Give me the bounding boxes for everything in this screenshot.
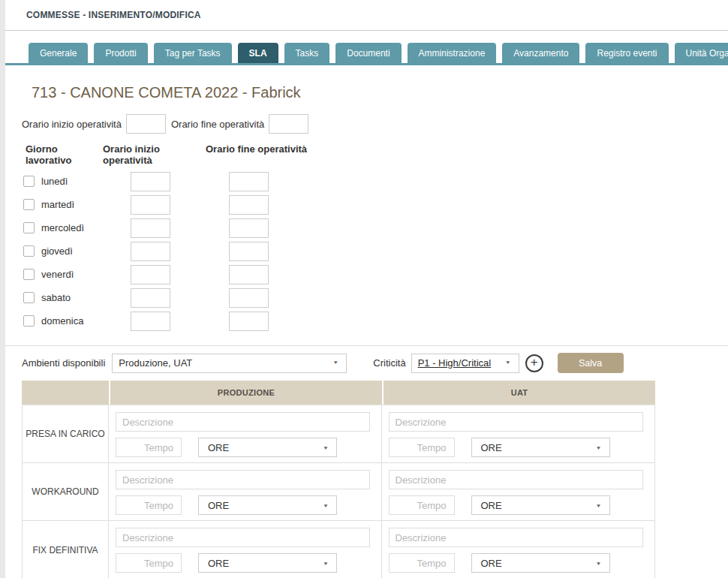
tab-unita-organizzative[interactable]: Unità Organizzative (675, 43, 728, 63)
sla-unit-value: ORE (208, 500, 229, 511)
ambienti-select-value: Produzione, UAT (119, 357, 192, 369)
add-criticita-button[interactable]: + (525, 354, 543, 372)
app-header: COMMESSE - INSERIMENTO/MODIFICA (5, 0, 728, 31)
sla-tempo-input[interactable] (116, 438, 182, 457)
tab-tag-per-tasks[interactable]: Tag per Tasks (154, 43, 232, 63)
hours-end-label: Orario fine operatività (171, 119, 264, 130)
sla-row-label: PRESA IN CARICO (23, 405, 109, 462)
weekday-start-input[interactable] (131, 218, 170, 238)
weekday-end-input[interactable] (229, 242, 269, 261)
table-row: FIX DEFINITIVA ORE ▼ (23, 521, 654, 578)
tab-avanzamento[interactable]: Avanzamento (502, 43, 579, 63)
sla-row-label: WORKAROUND (23, 463, 109, 520)
weekday-label: lunedì (41, 176, 68, 187)
criticita-select[interactable]: P1 - High/Critical ▼ (411, 354, 519, 373)
weekday-checkbox[interactable] (23, 176, 35, 187)
sla-unit-select[interactable]: ORE ▼ (198, 438, 337, 457)
hours-start-label: Orario inizio operatività (22, 119, 122, 130)
chevron-down-icon: ▼ (323, 560, 329, 565)
sla-descrizione-input[interactable] (116, 412, 370, 432)
weekday-start-input[interactable] (131, 195, 170, 215)
weekday-checkbox[interactable] (23, 315, 35, 327)
weekday-checkbox[interactable] (23, 269, 35, 280)
save-button[interactable]: Salva (558, 353, 624, 373)
weekday-header-end: Orario fine operatività (206, 143, 308, 166)
sla-descrizione-input[interactable] (116, 470, 370, 489)
weekday-row: martedì (22, 193, 728, 216)
table-row: PRESA IN CARICO ORE ▼ (23, 405, 654, 463)
weekday-end-input[interactable] (229, 265, 269, 284)
sla-row-label: FIX DEFINITIVA (23, 521, 109, 578)
criticita-label: Criticità (373, 357, 405, 369)
weekday-header-day: Giorno lavorativo (22, 143, 103, 166)
app-header-title: COMMESSE - INSERIMENTO/MODIFICA (26, 10, 201, 20)
tab-generale[interactable]: Generale (29, 43, 88, 63)
weekday-table-header: Giorno lavorativo Orario inizio operativ… (22, 143, 728, 166)
sla-tempo-input[interactable] (116, 553, 182, 573)
weekday-checkbox[interactable] (23, 292, 35, 303)
hours-end-input[interactable] (269, 114, 308, 134)
sla-descrizione-input[interactable] (389, 528, 644, 547)
sla-unit-select[interactable]: ORE ▼ (198, 553, 337, 573)
tab-sla[interactable]: SLA (238, 43, 278, 63)
weekday-checkbox[interactable] (23, 199, 35, 210)
weekday-end-input[interactable] (229, 312, 269, 331)
weekday-row: sabato (22, 286, 728, 309)
sla-cell-uat: ORE ▼ (382, 521, 655, 578)
chevron-down-icon: ▼ (596, 444, 602, 450)
weekday-start-input[interactable] (131, 288, 170, 308)
sla-unit-select[interactable]: ORE ▼ (471, 438, 610, 457)
tab-prodotti[interactable]: Prodotti (94, 43, 147, 63)
weekday-checkbox[interactable] (23, 222, 35, 233)
tab-amministrazione[interactable]: Amministrazione (408, 43, 497, 63)
sla-tempo-input[interactable] (389, 438, 455, 457)
hours-start-input[interactable] (126, 114, 166, 134)
weekday-end-input[interactable] (229, 218, 269, 238)
weekday-start-input[interactable] (131, 242, 170, 261)
weekday-start-input[interactable] (131, 312, 170, 331)
ambienti-select[interactable]: Produzione, UAT ▼ (112, 354, 347, 373)
weekday-end-input[interactable] (229, 288, 269, 308)
sla-tempo-input[interactable] (389, 495, 455, 515)
sla-tempo-input[interactable] (116, 495, 182, 515)
sla-unit-value: ORE (481, 558, 502, 569)
tab-bar: Generale Prodotti Tag per Tasks SLA Task… (5, 43, 728, 65)
sla-unit-select[interactable]: ORE ▼ (471, 553, 610, 573)
sla-table-header: PRODUZIONE UAT (22, 381, 655, 405)
weekday-label: sabato (41, 292, 71, 303)
ambienti-label: Ambienti disponibili (22, 357, 105, 369)
weekday-end-input[interactable] (229, 195, 269, 215)
sla-unit-select[interactable]: ORE ▼ (198, 495, 337, 515)
left-edge-strip (0, 0, 5, 578)
tab-registro-eventi[interactable]: Registro eventi (585, 43, 668, 63)
weekday-row: giovedì (22, 239, 728, 263)
sla-unit-value: ORE (208, 442, 229, 453)
sla-tempo-input[interactable] (389, 553, 455, 573)
weekday-end-input[interactable] (229, 172, 269, 191)
weekday-checkbox[interactable] (23, 245, 35, 257)
weekday-label: domenica (41, 315, 83, 327)
section-divider (5, 345, 728, 346)
chevron-down-icon: ▼ (332, 360, 338, 366)
sla-header-uat: UAT (384, 381, 655, 405)
plus-circle-icon: + (531, 356, 538, 369)
weekday-table: Giorno lavorativo Orario inizio operativ… (22, 143, 728, 333)
sla-content: 713 - CANONE COMETA 2022 - Fabrick Orari… (5, 84, 728, 333)
chevron-down-icon: ▼ (323, 502, 329, 507)
sla-unit-value: ORE (481, 500, 502, 511)
sla-header-produzione: PRODUZIONE (110, 381, 382, 405)
weekday-rows: lunedì martedì mercoledì giovedì venerdì (22, 170, 728, 333)
sla-descrizione-input[interactable] (389, 412, 644, 432)
sla-table-body: PRESA IN CARICO ORE ▼ (22, 405, 655, 578)
sla-unit-select[interactable]: ORE ▼ (471, 495, 610, 515)
table-row: WORKAROUND ORE ▼ (23, 463, 654, 521)
sla-descrizione-input[interactable] (389, 470, 644, 489)
operating-hours-row: Orario inizio operatività Orario fine op… (22, 114, 728, 134)
sla-descrizione-input[interactable] (116, 528, 370, 547)
weekday-start-input[interactable] (131, 172, 170, 191)
weekday-start-input[interactable] (131, 265, 170, 284)
tab-tasks[interactable]: Tasks (284, 43, 330, 63)
tab-documenti[interactable]: Documenti (335, 43, 401, 63)
weekday-label: giovedì (41, 245, 73, 257)
weekday-row: domenica (22, 309, 728, 333)
